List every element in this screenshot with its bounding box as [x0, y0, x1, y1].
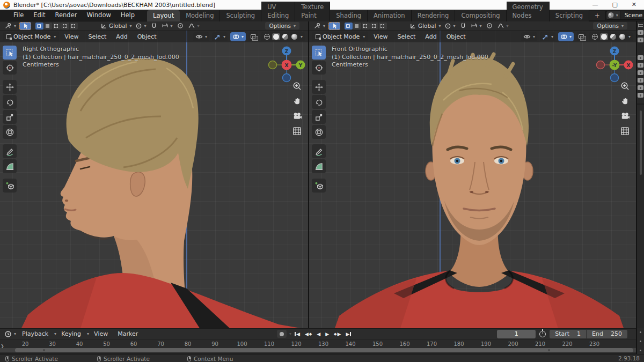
tool-rotate[interactable] — [312, 95, 326, 109]
view-menu[interactable]: View — [369, 33, 392, 40]
xray-toggle[interactable] — [248, 32, 258, 41]
shading-material-button[interactable] — [609, 33, 617, 40]
add-menu[interactable]: Add — [421, 33, 441, 40]
navigation-gizmo[interactable]: Z Y X — [266, 43, 307, 84]
object-visibility-dropdown[interactable]: ▾ — [193, 32, 209, 41]
timeline-menu-marker[interactable]: Marker — [113, 328, 143, 339]
workspace-tab-texture-paint[interactable]: Texture Paint — [295, 2, 330, 21]
tool-cursor[interactable] — [3, 61, 17, 75]
shading-material-button[interactable] — [281, 33, 289, 40]
overlays-toggle-dropdown[interactable]: ▾ — [558, 32, 574, 41]
workspace-tab-uv-editing[interactable]: UV Editing — [261, 2, 295, 21]
snap-toggle[interactable] — [150, 22, 158, 30]
gizmos-toggle-dropdown[interactable]: ▾ — [540, 32, 555, 41]
overlays-toggle-dropdown[interactable]: ▾ — [230, 32, 246, 41]
pivot-point-dropdown[interactable]: ▾ — [443, 22, 457, 30]
select-mode-extend[interactable] — [353, 23, 361, 29]
proportional-falloff-dropdown[interactable]: ▾ — [187, 22, 201, 30]
axis-negative-down[interactable] — [283, 74, 291, 82]
model-head-profile[interactable] — [0, 31, 308, 328]
zoom-button[interactable] — [291, 80, 303, 92]
frame-start-field[interactable]: Start1 — [550, 330, 586, 338]
workspace-tab-sculpting[interactable]: Sculpting — [220, 10, 261, 21]
select-mode-invert[interactable] — [370, 23, 378, 29]
timeline-scrollbar[interactable] — [15, 348, 633, 352]
select-mode-intersect[interactable] — [379, 23, 387, 29]
shading-solid-button[interactable] — [272, 33, 280, 40]
camera-visibility-icon[interactable] — [638, 38, 643, 42]
tool-select-box[interactable] — [3, 46, 17, 60]
options-dropdown[interactable]: Options▾ — [265, 22, 299, 29]
tool-scale[interactable] — [312, 110, 326, 124]
camera-view-button[interactable] — [619, 110, 631, 122]
camera-visibility-icon[interactable] — [638, 85, 643, 90]
timeline-menu-view[interactable]: View — [89, 328, 113, 339]
jump-to-start-button[interactable]: ◀ — [293, 331, 302, 337]
play-button[interactable]: ▶ — [324, 331, 331, 337]
transform-orientation-dropdown[interactable]: Global▾ — [100, 23, 132, 29]
restore-button[interactable]: ▢ — [612, 0, 617, 10]
editor-type-button[interactable]: ▾ — [312, 22, 326, 30]
timeline-menu-playback[interactable]: Playback — [17, 328, 53, 339]
scene-selector[interactable]: ▾ Scene — [606, 11, 644, 20]
camera-visibility-icon[interactable] — [638, 63, 643, 68]
snap-toggle[interactable] — [459, 22, 467, 30]
tool-select-box[interactable] — [312, 46, 326, 60]
tool-measure[interactable] — [3, 159, 17, 173]
shading-wireframe-button[interactable] — [263, 33, 271, 40]
pivot-point-dropdown[interactable]: ▾ — [134, 22, 148, 30]
3d-viewport[interactable]: Object Mode▾ View Select Add Object ▾ — [309, 31, 636, 328]
perspective-toggle-button[interactable] — [619, 125, 631, 137]
axis-negative-down[interactable] — [611, 74, 619, 82]
topbar-menu-window[interactable]: Window — [82, 10, 115, 21]
model-head-front[interactable] — [309, 31, 636, 328]
shading-solid-button[interactable] — [600, 33, 608, 40]
camera-visibility-icon[interactable] — [638, 78, 643, 83]
pan-button[interactable] — [291, 95, 303, 107]
tool-add-cube[interactable] — [3, 179, 17, 193]
camera-visibility-icon[interactable] — [638, 55, 643, 60]
mode-dropdown[interactable]: Object Mode▾ — [3, 32, 59, 41]
options-dropdown[interactable]: Options▾ — [593, 22, 627, 29]
axis-negative-left[interactable] — [269, 61, 277, 69]
workspace-tab-layout[interactable]: Layout — [147, 10, 180, 21]
object-menu[interactable]: Object — [133, 33, 161, 40]
mode-dropdown[interactable]: Object Mode▾ — [312, 32, 368, 41]
topbar-menu-edit[interactable]: Edit — [28, 10, 50, 21]
shading-wireframe-button[interactable] — [591, 33, 599, 40]
perspective-toggle-button[interactable] — [291, 125, 303, 137]
snap-settings-dropdown[interactable]: ▾ — [160, 22, 174, 30]
tool-add-cube[interactable] — [312, 179, 326, 193]
shading-rendered-button[interactable] — [618, 33, 626, 40]
snap-settings-dropdown[interactable]: ▾ — [470, 22, 483, 30]
3d-viewport[interactable]: Object Mode▾ View Select Add Object ▾ — [0, 31, 308, 328]
workspace-tab-rendering[interactable]: Rendering — [412, 10, 456, 21]
active-tool-button[interactable] — [19, 22, 31, 30]
next-keyframe-button[interactable]: ◆▶ — [332, 331, 342, 337]
properties-scrollbar[interactable] — [640, 110, 642, 175]
timeline-ruler[interactable]: ❯ 20304050607080901001101201301401501601… — [0, 339, 636, 353]
tool-transform[interactable] — [3, 125, 17, 139]
view-menu[interactable]: View — [60, 33, 83, 40]
topbar-menu-render[interactable]: Render — [50, 10, 82, 21]
select-mode-invert[interactable] — [61, 23, 69, 29]
tool-move[interactable] — [3, 80, 17, 94]
tool-transform[interactable] — [312, 125, 326, 139]
tool-scale[interactable] — [3, 110, 17, 124]
workspace-tab-modeling[interactable]: Modeling — [180, 10, 220, 21]
previous-keyframe-button[interactable]: ◀◆ — [303, 331, 313, 337]
timeline-editor-type-button[interactable]: ▾ — [3, 330, 17, 338]
xray-toggle[interactable] — [576, 32, 586, 41]
minimize-button[interactable]: — — [592, 0, 598, 10]
workspace-tab-shading[interactable]: Shading — [330, 10, 368, 21]
gizmos-toggle-dropdown[interactable]: ▾ — [212, 32, 228, 41]
select-mode-intersect[interactable] — [70, 23, 78, 29]
topbar-menu-help[interactable]: Help — [116, 10, 140, 21]
select-menu[interactable]: Select — [84, 33, 111, 40]
add-menu[interactable]: Add — [112, 33, 131, 40]
select-mode-subtract[interactable] — [53, 23, 61, 29]
add-workspace-button[interactable]: + — [589, 11, 606, 20]
select-mode-set[interactable] — [345, 23, 353, 29]
select-mode-extend[interactable] — [44, 23, 52, 29]
tool-move[interactable] — [312, 80, 326, 94]
